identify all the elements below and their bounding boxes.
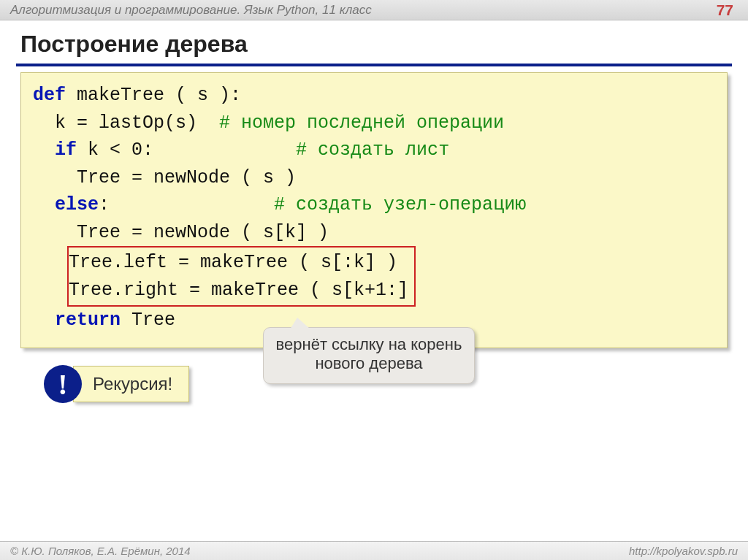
code-block: def makeTree ( s ): k = lastOp(s) # номе…	[20, 72, 728, 348]
callout-note: вернёт ссылку на корень нового дерева	[263, 327, 475, 384]
code-line-6: Tree = newNode ( s[k] )	[33, 219, 715, 247]
code-l3a: k < 0:	[77, 139, 296, 161]
header-bar: Алгоритмизация и программирование. Язык …	[0, 0, 748, 20]
footer-left: © К.Ю. Поляков, Е.А. Ерёмин, 2014	[10, 545, 191, 557]
code-l5c: # создать узел-операцию	[274, 194, 526, 215]
kw-def: def	[33, 85, 66, 106]
code-l3c: # создать лист	[296, 139, 449, 161]
code-l2c: # номер последней операции	[219, 112, 504, 134]
code-l2a: k = lastOp(s)	[33, 112, 219, 134]
header-title: Алгоритмизация и программирование. Язык …	[10, 3, 372, 18]
footer-right: http://kpolyakov.spb.ru	[629, 545, 738, 557]
kw-else: else	[55, 194, 99, 215]
page-title: Построение дерева	[0, 20, 748, 64]
code-fn: makeTree ( s ):	[66, 85, 241, 106]
exclamation-icon: !	[44, 365, 82, 403]
highlight-box: Tree.left = makeTree ( s[:k] ) Tree.righ…	[66, 246, 715, 307]
recursion-label: Рекурсия!	[73, 366, 189, 402]
kw-return: return	[55, 310, 121, 331]
code-line-4: Tree = newNode ( s )	[33, 164, 715, 192]
code-line-5: else: # создать узел-операцию	[33, 191, 715, 219]
code-line-1: def makeTree ( s ):	[33, 82, 715, 110]
recursion-note: ! Рекурсия!	[44, 365, 189, 403]
title-rule	[16, 64, 732, 66]
code-line-2: k = lastOp(s) # номер последней операции	[33, 110, 715, 137]
footer-bar: © К.Ю. Поляков, Е.А. Ерёмин, 2014 http:/…	[0, 541, 748, 560]
code-line-7: Tree.left = makeTree ( s[:k] )	[69, 249, 408, 277]
page-number: 77	[717, 1, 733, 19]
code-line-3: if k < 0: # создать лист	[33, 137, 715, 164]
code-l9: Tree	[121, 310, 175, 331]
code-l5a: :	[99, 194, 274, 215]
kw-if: if	[55, 139, 77, 161]
code-line-8: Tree.right = makeTree ( s[k+1:]	[69, 277, 408, 304]
